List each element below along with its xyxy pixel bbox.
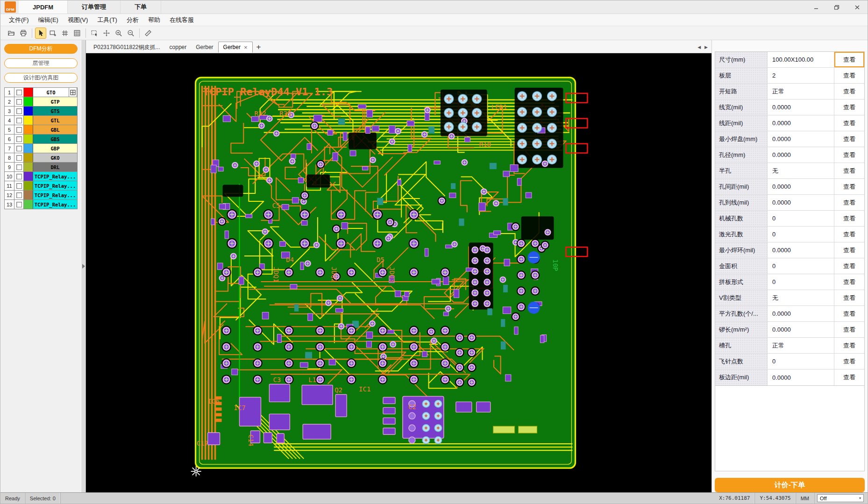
view-button-10[interactable]: 查看: [834, 211, 864, 226]
app-tab-jpdfm[interactable]: JPDFM: [19, 0, 68, 14]
grid-box-button[interactable]: [71, 28, 83, 39]
view-button-4[interactable]: 查看: [834, 115, 864, 131]
open-button[interactable]: [6, 28, 17, 39]
layer-row-drl[interactable]: 9DRL: [5, 163, 77, 172]
layer-row-tcpip-relay-[interactable]: 13TCPIP_Relay...: [5, 200, 77, 209]
add-tab-button[interactable]: +: [253, 42, 265, 53]
layer-color-swatch[interactable]: [24, 116, 33, 125]
sidebar-button-layer-management[interactable]: 层管理: [4, 58, 78, 68]
marquee-button[interactable]: [89, 28, 100, 39]
layer-visibility-checkbox[interactable]: [16, 108, 22, 114]
menu-view[interactable]: 视图(V): [63, 14, 92, 26]
view-button-13[interactable]: 查看: [834, 258, 864, 274]
view-button-8[interactable]: 查看: [834, 179, 864, 194]
close-tab-icon[interactable]: ×: [244, 44, 248, 50]
app-tab-order-management[interactable]: 订单管理: [68, 0, 121, 14]
layer-row-gtl[interactable]: 4GTL: [5, 116, 77, 125]
layer-visibility-checkbox[interactable]: [16, 90, 22, 95]
view-button-6[interactable]: 查看: [834, 147, 864, 163]
layer-visibility-checkbox[interactable]: [16, 146, 22, 151]
menu-help[interactable]: 帮助: [143, 14, 165, 26]
layer-visibility-checkbox[interactable]: [16, 183, 22, 189]
sidebar-splitter[interactable]: [81, 40, 86, 492]
view-button-11[interactable]: 查看: [834, 227, 864, 242]
view-button-16[interactable]: 查看: [834, 306, 864, 321]
view-button-5[interactable]: 查看: [834, 131, 864, 147]
layer-row-tcpip-relay-[interactable]: 11TCPIP_Relay...: [5, 181, 77, 191]
menu-analysis[interactable]: 分析: [122, 14, 143, 26]
layer-visibility-checkbox[interactable]: [16, 174, 22, 179]
view-button-19[interactable]: 查看: [834, 354, 864, 369]
layer-row-gbs[interactable]: 6GBS: [5, 135, 77, 144]
tab-scroll-right-icon[interactable]: ▶: [704, 45, 708, 50]
app-tab-place-order[interactable]: 下单: [121, 0, 161, 14]
layer-color-swatch[interactable]: [24, 181, 33, 190]
view-button-12[interactable]: 查看: [834, 242, 864, 258]
layer-row-gbl[interactable]: 5GBL: [5, 125, 77, 135]
pcb-canvas[interactable]: TCPIP_RelayD44.V1.1.3R32R33LED1R18C5D4D5…: [86, 53, 711, 492]
layer-row-gbp[interactable]: 7GBP: [5, 144, 77, 153]
zoom-out-button[interactable]: [125, 28, 136, 39]
layer-row-tcpip-relay-[interactable]: 10TCPIP_Relay...: [5, 172, 77, 181]
menu-edit[interactable]: 编辑(E): [34, 14, 63, 26]
view-button-7[interactable]: 查看: [834, 163, 864, 178]
layer-row-tcpip-relay-[interactable]: 12TCPIP_Relay...: [5, 191, 77, 200]
layer-color-swatch[interactable]: [24, 88, 33, 97]
layer-color-swatch[interactable]: [24, 200, 33, 209]
order-button[interactable]: 计价-下单: [715, 478, 865, 492]
view-button-18[interactable]: 查看: [834, 338, 864, 353]
sidebar-button-dfm-analysis[interactable]: DFM分析: [4, 44, 78, 54]
doc-tab-1[interactable]: copper: [165, 42, 192, 53]
select-button[interactable]: [35, 28, 46, 39]
view-button-14[interactable]: 查看: [834, 274, 864, 290]
layer-color-swatch[interactable]: [24, 172, 33, 181]
sidebar-button-design-simulation[interactable]: 设计图/仿真图: [4, 73, 78, 83]
view-button-17[interactable]: 查看: [834, 322, 864, 337]
view-button-0[interactable]: 查看: [834, 52, 864, 67]
layer-grid-icon[interactable]: [69, 88, 77, 97]
menu-file[interactable]: 文件(F): [4, 14, 34, 26]
layer-color-swatch[interactable]: [24, 144, 33, 153]
layer-color-swatch[interactable]: [24, 125, 33, 134]
layer-color-swatch[interactable]: [24, 135, 33, 143]
minimize-button[interactable]: [806, 0, 826, 14]
print-button[interactable]: [18, 28, 29, 39]
menu-online-service[interactable]: 在线客服: [165, 14, 199, 26]
layer-visibility-checkbox[interactable]: [16, 99, 22, 105]
view-button-2[interactable]: 查看: [834, 84, 864, 99]
grid-button[interactable]: [59, 28, 71, 39]
layer-row-gtp[interactable]: 2GTP: [5, 97, 77, 106]
view-button-9[interactable]: 查看: [834, 195, 864, 210]
layer-color-swatch[interactable]: [24, 153, 33, 162]
layer-row-gto[interactable]: 1GTO: [5, 88, 77, 97]
view-button-20[interactable]: 查看: [834, 369, 864, 385]
doc-tab-0[interactable]: P023178G011822铜皮抓...: [89, 42, 165, 53]
doc-tab-2[interactable]: Gerber: [191, 42, 218, 53]
layer-visibility-checkbox[interactable]: [16, 202, 22, 207]
view-button-1[interactable]: 查看: [834, 68, 864, 83]
layer-visibility-checkbox[interactable]: [16, 118, 22, 123]
layer-row-gko[interactable]: 8GKO: [5, 153, 77, 163]
overlay-mode-dropdown[interactable]: Off▾: [817, 494, 864, 502]
layer-visibility-checkbox[interactable]: [16, 164, 22, 170]
layer-visibility-checkbox[interactable]: [16, 127, 22, 133]
layer-color-swatch[interactable]: [24, 163, 33, 171]
layer-color-swatch[interactable]: [24, 191, 33, 199]
view-button-15[interactable]: 查看: [834, 290, 864, 305]
close-button[interactable]: [847, 0, 868, 14]
layer-color-swatch[interactable]: [24, 97, 33, 106]
doc-tab-3[interactable]: Gerber×: [218, 42, 253, 53]
layer-visibility-checkbox[interactable]: [16, 136, 22, 142]
new-rect-button[interactable]: [47, 28, 58, 39]
view-button-3[interactable]: 查看: [834, 99, 864, 115]
menu-tools[interactable]: 工具(T): [92, 14, 122, 26]
zoom-in-button[interactable]: [113, 28, 124, 39]
fit-button[interactable]: [101, 28, 112, 39]
measure-button[interactable]: [142, 28, 154, 39]
layer-row-gts[interactable]: 3GTS: [5, 106, 77, 116]
layer-visibility-checkbox[interactable]: [16, 192, 22, 198]
layer-visibility-checkbox[interactable]: [16, 155, 22, 161]
layer-color-swatch[interactable]: [24, 106, 33, 115]
maximize-button[interactable]: [826, 0, 847, 14]
tab-scroll-left-icon[interactable]: ◀: [697, 45, 701, 50]
